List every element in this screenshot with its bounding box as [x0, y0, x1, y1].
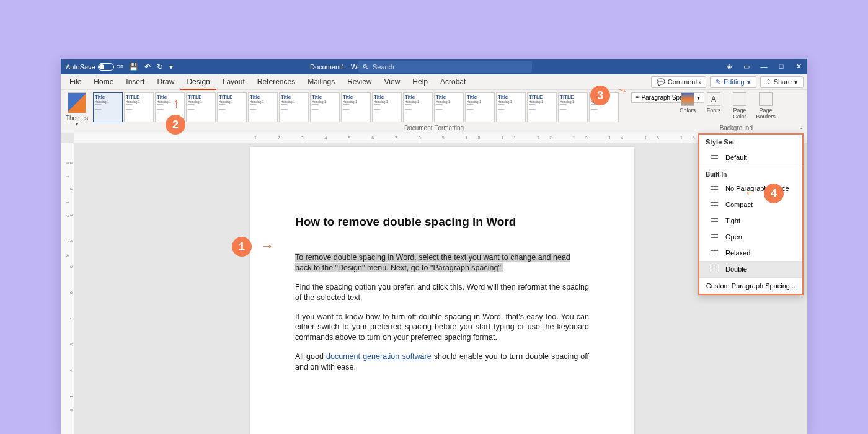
tab-draw[interactable]: Draw: [151, 74, 180, 90]
style-thumb[interactable]: TitleHeading 1━━━━━━━━━━━━━━━: [372, 92, 402, 122]
ps-default-label: Default: [725, 154, 747, 161]
window-snap-icon[interactable]: ▭: [738, 63, 755, 71]
share-button[interactable]: ⇪Share▾: [760, 76, 804, 88]
doc-heading: How to remove double spacing in Word: [295, 215, 589, 229]
fonts-icon: A: [707, 92, 720, 106]
separator: [699, 167, 802, 167]
ps-option-default[interactable]: Default: [699, 149, 802, 166]
maximize-icon[interactable]: □: [773, 63, 790, 71]
tab-design[interactable]: Design: [180, 74, 216, 90]
ribbon-display-icon[interactable]: ◈: [720, 63, 738, 71]
tab-references[interactable]: References: [251, 74, 301, 90]
save-icon[interactable]: 💾: [129, 63, 138, 71]
doc-para-2: Find the spacing option you prefer, and …: [295, 282, 589, 303]
comment-icon: 💬: [657, 78, 665, 86]
toggle-track[interactable]: [98, 63, 114, 71]
ps-option-open[interactable]: Open: [699, 229, 802, 245]
comments-label: Comments: [668, 78, 701, 86]
ribbon-right-group: Colors AFonts Page Color Page Borders: [677, 92, 776, 120]
window-controls: ◈ ▭ — □ ✕: [720, 63, 807, 71]
tab-home[interactable]: Home: [87, 74, 120, 90]
ps-option-label: Open: [725, 233, 742, 241]
fonts-button[interactable]: AFonts: [703, 92, 724, 113]
style-thumb[interactable]: TitleHeading 1━━━━━━━━━━━━━━━: [279, 92, 309, 122]
fonts-label: Fonts: [707, 107, 721, 113]
ribbon-tabs-row: FileHomeInsertDrawDesignLayoutReferences…: [61, 74, 807, 90]
chevron-down-icon: ▾: [747, 78, 751, 86]
style-thumb[interactable]: TITLEHeading 1━━━━━━━━━━━━━━━: [217, 92, 247, 122]
style-thumb[interactable]: TitleHeading 1━━━━━━━━━━━━━━━: [403, 92, 433, 122]
p4-pre: All good: [295, 352, 326, 361]
themes-icon: [68, 92, 86, 113]
minimize-icon[interactable]: —: [755, 63, 773, 71]
tab-file[interactable]: File: [63, 74, 87, 90]
tab-view[interactable]: View: [378, 74, 407, 90]
colors-button[interactable]: Colors: [677, 92, 698, 113]
share-label: Share: [774, 78, 792, 86]
ps-custom-label: Custom Paragraph Spacing...: [706, 282, 795, 290]
tab-layout[interactable]: Layout: [216, 74, 251, 90]
autosave-toggle[interactable]: AutoSave Off: [66, 63, 123, 71]
themes-button[interactable]: Themes ▾: [64, 92, 89, 127]
spacing-icon: [708, 200, 718, 209]
callout-badge-2: 2: [166, 115, 185, 135]
ps-builtin-header: Built-In: [699, 169, 802, 180]
qat-more-icon[interactable]: ▾: [169, 63, 173, 71]
title-bar: AutoSave Off 💾 ↶ ↻ ▾ Document1 - Word 🔍︎…: [61, 59, 807, 74]
tab-acrobat[interactable]: Acrobat: [434, 74, 472, 90]
background-group-label: Background: [720, 125, 753, 131]
page-borders-icon: [759, 92, 773, 106]
doc-para-1: To remove double spacing in Word, select…: [295, 252, 589, 273]
style-thumb[interactable]: TITLEHeading 1━━━━━━━━━━━━━━━: [186, 92, 216, 122]
autosave-label: AutoSave: [66, 63, 95, 71]
page-borders-button[interactable]: Page Borders: [755, 92, 776, 120]
ps-custom-option[interactable]: Custom Paragraph Spacing...: [699, 277, 802, 294]
ps-option-relaxed[interactable]: Relaxed: [699, 245, 802, 261]
redo-icon[interactable]: ↻: [157, 63, 163, 71]
arrow-left-icon: ←: [744, 185, 758, 201]
spacing-icon: [708, 216, 718, 225]
close-icon[interactable]: ✕: [790, 63, 807, 71]
style-thumb[interactable]: TitleHeading 1━━━━━━━━━━━━━━━: [93, 92, 123, 122]
style-thumb[interactable]: TitleHeading 1━━━━━━━━━━━━━━━: [496, 92, 526, 122]
comments-button[interactable]: 💬Comments: [651, 76, 706, 88]
pencil-icon: ✎: [715, 78, 721, 86]
search-box[interactable]: 🔍︎ Search: [358, 61, 532, 73]
tab-review[interactable]: Review: [341, 74, 378, 90]
ps-option-tight[interactable]: Tight: [699, 213, 802, 229]
style-thumb[interactable]: TitleHeading 1━━━━━━━━━━━━━━━: [248, 92, 278, 122]
toggle-knob: [99, 64, 104, 69]
page-borders-label: Page Borders: [756, 107, 776, 120]
tab-help[interactable]: Help: [406, 74, 434, 90]
ps-option-double[interactable]: Double: [699, 261, 802, 277]
style-thumb[interactable]: TitleHeading 1━━━━━━━━━━━━━━━: [465, 92, 495, 122]
collapse-ribbon-icon[interactable]: ⌄: [799, 123, 804, 130]
editing-label: Editing: [724, 78, 745, 86]
paragraph-spacing-menu: Style Set Default Built-In No Paragraph …: [698, 133, 804, 295]
undo-icon[interactable]: ↶: [144, 63, 151, 71]
doc-link[interactable]: document generation software: [326, 352, 432, 361]
workspace: 1 2 3 4 5 6 7 8 9 10 11 12 13 14 15 16 1…: [61, 133, 807, 434]
editing-button[interactable]: ✎Editing▾: [710, 76, 756, 88]
ps-option-label: Tight: [725, 217, 740, 224]
vertical-ruler[interactable]: 1 2 3 4 5 6 7 8 9 10 11 12 13: [61, 143, 74, 434]
tab-mailings[interactable]: Mailings: [301, 74, 341, 90]
ribbon-tabs: FileHomeInsertDrawDesignLayoutReferences…: [63, 74, 472, 90]
page-color-icon: [733, 92, 746, 106]
quick-access-toolbar: 💾 ↶ ↻ ▾: [129, 63, 173, 71]
document-page[interactable]: How to remove double spacing in Word To …: [250, 147, 634, 434]
style-thumb[interactable]: TITLEHeading 1━━━━━━━━━━━━━━━: [527, 92, 557, 122]
style-thumb[interactable]: TITLEHeading 1━━━━━━━━━━━━━━━: [124, 92, 154, 122]
horizontal-ruler[interactable]: 1 2 3 4 5 6 7 8 9 10 11 12 13 14 15 16: [74, 133, 807, 143]
tab-insert[interactable]: Insert: [120, 74, 151, 90]
style-thumb[interactable]: TitleHeading 1━━━━━━━━━━━━━━━: [434, 92, 464, 122]
chevron-down-icon: ▾: [794, 78, 798, 86]
ps-styleset-header: Style Set: [699, 135, 802, 149]
style-thumb[interactable]: TITLEHeading 1━━━━━━━━━━━━━━━: [558, 92, 588, 122]
search-placeholder: Search: [373, 63, 394, 71]
group-label: Document Formatting: [404, 125, 464, 131]
page-color-button[interactable]: Page Color: [729, 92, 750, 120]
style-thumb[interactable]: TitleHeading 1━━━━━━━━━━━━━━━: [341, 92, 371, 122]
style-thumb[interactable]: TitleHeading 1━━━━━━━━━━━━━━━: [310, 92, 340, 122]
spacing-icon: [708, 265, 718, 273]
